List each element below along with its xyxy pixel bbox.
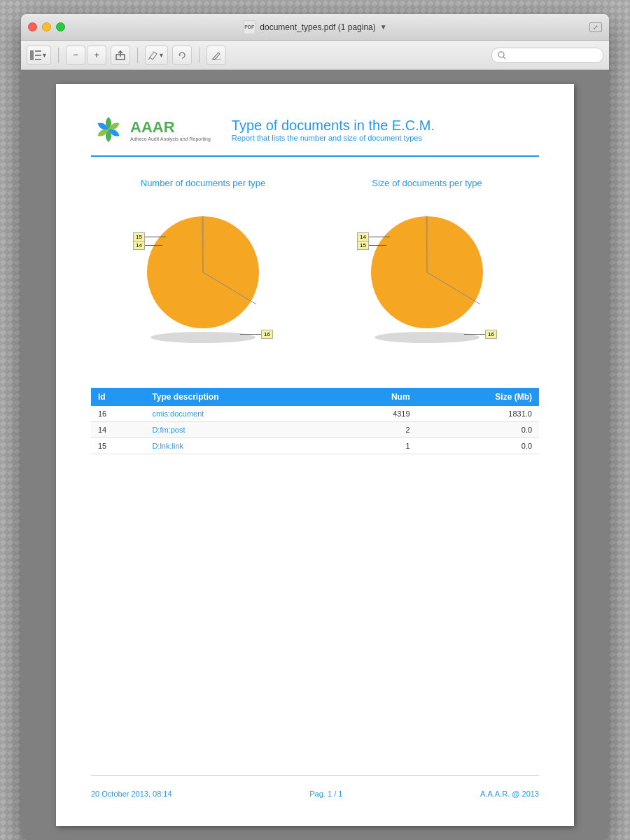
- expand-button[interactable]: ⤢: [589, 22, 602, 32]
- table-header: Id Type description Num Size (Mb): [91, 388, 539, 406]
- table-row: 15 D:lnk:link 1 0.0: [91, 438, 539, 454]
- footer-copyright: A.A.A.R. @ 2013: [480, 790, 539, 798]
- toolbar: ▼ − + ▼: [21, 41, 609, 70]
- svg-rect-3: [35, 59, 41, 60]
- share-button[interactable]: [111, 46, 130, 65]
- annotate-dropdown[interactable]: ▼: [158, 52, 164, 59]
- svg-point-7: [498, 52, 504, 57]
- chart1-container: Number of documents per type: [91, 178, 315, 353]
- search-box[interactable]: [491, 48, 603, 63]
- separator-3: [199, 48, 200, 63]
- report-subtitle: Report that lists the number and size of…: [232, 134, 435, 142]
- title-bar-center: PDF document_types.pdf (1 pagina) ▼: [243, 20, 386, 34]
- svg-line-8: [503, 57, 505, 59]
- chart2-label-16: 16: [464, 330, 497, 339]
- cell-size: 1831.0: [417, 406, 539, 422]
- chart2-label-15: 15: [357, 241, 386, 250]
- chart1-label-16: 16: [240, 330, 273, 339]
- svg-rect-6: [211, 59, 221, 60]
- svg-rect-0: [30, 50, 34, 60]
- mac-window: PDF document_types.pdf (1 pagina) ▼ ⤢ ▼ …: [21, 14, 609, 840]
- cell-id: 14: [91, 422, 145, 438]
- window-title: document_types.pdf (1 pagina): [260, 22, 375, 32]
- page-footer: 20 October 2013, 08:14 Pag. 1 / 1 A.A.A.…: [91, 775, 539, 798]
- fullscreen-button[interactable]: [56, 22, 65, 31]
- report-header: AAAR Adheco Audit Analysis and Reporting…: [91, 112, 539, 157]
- sidebar-dropdown[interactable]: ▼: [41, 52, 48, 59]
- data-table: Id Type description Num Size (Mb) 16 cmi…: [91, 388, 539, 454]
- logo-subtext: Adheco Audit Analysis and Reporting: [130, 136, 211, 141]
- title-bar: PDF document_types.pdf (1 pagina) ▼ ⤢: [21, 14, 609, 41]
- zoom-out-button[interactable]: −: [66, 46, 85, 65]
- cell-type[interactable]: cmis:document: [145, 406, 338, 422]
- cell-type[interactable]: D:fm:post: [145, 422, 338, 438]
- pdf-content: AAAR Adheco Audit Analysis and Reporting…: [21, 70, 609, 840]
- zoom-in-button[interactable]: +: [87, 46, 106, 65]
- svg-line-5: [148, 57, 150, 60]
- aaar-logo: [91, 112, 126, 147]
- chart1-pie: 15 14 16: [126, 199, 280, 353]
- logo-name: AAAR: [130, 118, 211, 136]
- cell-size: 0.0: [417, 438, 539, 454]
- table-body: 16 cmis:document 4319 1831.0 14 D:fm:pos…: [91, 406, 539, 454]
- charts-section: Number of documents per type: [91, 178, 539, 353]
- report-title: Type of documents in the E.C.M.: [232, 118, 435, 134]
- cell-id: 16: [91, 406, 145, 422]
- rotate-button[interactable]: [172, 46, 192, 65]
- cell-size: 0.0: [417, 422, 539, 438]
- cell-num: 4319: [339, 406, 417, 422]
- annotate-button[interactable]: ▼: [145, 46, 168, 65]
- cell-num: 1: [339, 438, 417, 454]
- col-num: Num: [339, 388, 417, 406]
- svg-rect-2: [35, 55, 41, 56]
- dropdown-arrow[interactable]: ▼: [380, 23, 387, 31]
- chart2-container: Size of documents per type: [315, 178, 539, 353]
- logo-text-area: AAAR Adheco Audit Analysis and Reporting: [130, 118, 211, 141]
- separator-2: [137, 48, 138, 63]
- footer-date: 20 October 2013, 08:14: [91, 790, 172, 798]
- chart2-title: Size of documents per type: [372, 178, 482, 188]
- footer-page: Pag. 1 / 1: [309, 790, 342, 798]
- search-input[interactable]: [509, 50, 597, 60]
- svg-rect-1: [35, 50, 41, 52]
- pdf-icon: PDF: [243, 20, 255, 34]
- cell-type[interactable]: D:lnk:link: [145, 438, 338, 454]
- report-title-area: Type of documents in the E.C.M. Report t…: [232, 118, 435, 142]
- table-row: 16 cmis:document 4319 1831.0: [91, 406, 539, 422]
- separator-1: [58, 48, 59, 63]
- chart2-pie: 14 15 16: [350, 199, 504, 353]
- markup-button[interactable]: [206, 46, 226, 65]
- col-type: Type description: [145, 388, 338, 406]
- traffic-lights: [28, 22, 65, 31]
- cell-id: 15: [91, 438, 145, 454]
- logo-area: AAAR Adheco Audit Analysis and Reporting: [91, 112, 211, 147]
- col-id: Id: [91, 388, 145, 406]
- col-size: Size (Mb): [417, 388, 539, 406]
- zoom-controls: − +: [66, 46, 106, 65]
- close-button[interactable]: [28, 22, 37, 31]
- minimize-button[interactable]: [42, 22, 51, 31]
- pdf-page: AAAR Adheco Audit Analysis and Reporting…: [56, 84, 574, 826]
- cell-num: 2: [339, 422, 417, 438]
- chart1-label-14: 14: [133, 241, 162, 250]
- chart1-title: Number of documents per type: [141, 178, 265, 188]
- sidebar-button[interactable]: ▼: [27, 46, 51, 65]
- table-row: 14 D:fm:post 2 0.0: [91, 422, 539, 438]
